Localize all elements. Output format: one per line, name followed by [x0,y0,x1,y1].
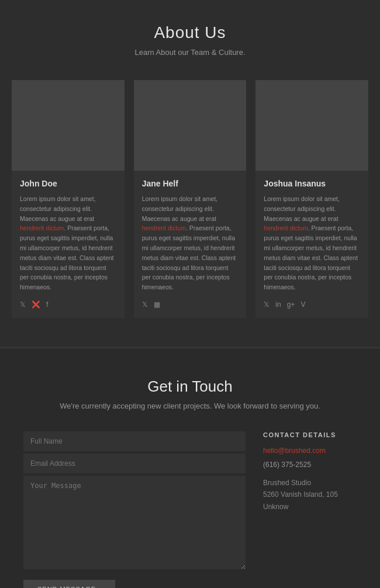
contact-details: CONTACT DETAILS hello@brushed.com (616) … [263,431,357,588]
linkedin-icon[interactable]: in [275,300,281,309]
submit-button[interactable]: SEND MESSAGE › [23,580,115,588]
contact-title: Get in Touch [23,378,357,396]
team-bio-1: Lorem ipsum dolor sit amet, consectetur … [20,194,116,292]
team-name-3: Joshua Insanus [264,179,360,188]
contact-details-heading: CONTACT DETAILS [263,431,357,438]
contact-subtitle: We're currently accepting new client pro… [23,402,357,410]
contact-address2: Unknow [263,503,288,511]
twitter-icon[interactable]: 𝕏 [20,300,26,309]
team-card-1: John Doe Lorem ipsum dolor sit amet, con… [12,80,125,318]
facebook-icon[interactable]: f [46,300,48,309]
team-link-2[interactable]: hendrerit dictum [142,224,186,231]
team-social-3: 𝕏 in g+ V [264,300,360,309]
contact-email[interactable]: hello@brushed.com [263,447,357,455]
message-input[interactable] [23,476,246,569]
twitter-icon-3[interactable]: 𝕏 [264,300,270,309]
vimeo-icon[interactable]: V [300,300,305,309]
page-subtitle: Learn About our Team & Culture. [12,48,368,57]
contact-address1: 5260 Vanish Island, 105 [263,490,338,499]
team-bio-2: Lorem ipsum dolor sit amet, consectetur … [142,194,239,292]
team-card-3: Joshua Insanus Lorem ipsum dolor sit ame… [255,80,368,318]
contact-phone: (616) 375-2525 [263,461,357,469]
contact-address: Brushed Studio 5260 Vanish Island, 105 U… [263,477,357,513]
team-link-1[interactable]: hendrerit dictum [20,224,64,231]
team-bio-3: Lorem ipsum dolor sit amet, consectetur … [264,194,360,292]
pinterest-icon[interactable]: ❌ [32,300,40,309]
contact-form: SEND MESSAGE › [23,431,246,588]
team-link-3[interactable]: hendrerit dictum [264,224,308,231]
email-input[interactable] [23,454,246,473]
team-social-1: 𝕏 ❌ f [20,300,116,309]
page-title: About Us [12,23,368,42]
team-social-2: 𝕏 ▦ [142,300,239,309]
contact-company: Brushed Studio [263,479,311,487]
twitter-icon-2[interactable]: 𝕏 [142,300,148,309]
team-name-2: Jane Helf [142,179,239,188]
team-grid: John Doe Lorem ipsum dolor sit amet, con… [12,80,368,318]
contact-section: Get in Touch We're currently accepting n… [0,348,380,588]
team-card-2: Jane Helf Lorem ipsum dolor sit amet, co… [134,80,247,318]
contact-layout: SEND MESSAGE › CONTACT DETAILS hello@bru… [23,431,357,588]
team-photo-1 [12,80,125,171]
about-section: About Us Learn About our Team & Culture.… [0,0,380,347]
team-photo-3 [255,80,368,171]
team-name-1: John Doe [20,179,116,188]
team-photo-2 [134,80,247,171]
instagram-icon[interactable]: ▦ [154,300,160,309]
googleplus-icon[interactable]: g+ [287,300,295,309]
name-input[interactable] [23,431,246,451]
